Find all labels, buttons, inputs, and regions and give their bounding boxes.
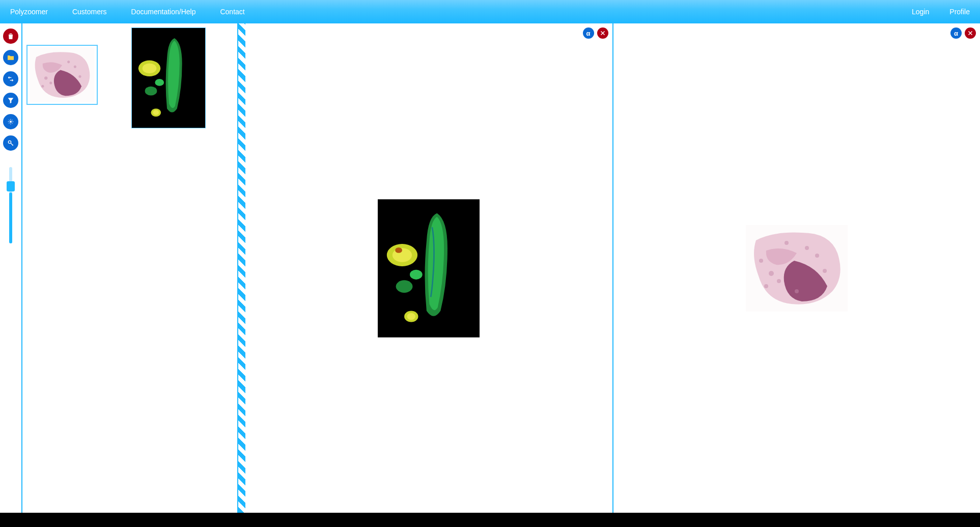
svg-point-13 (155, 79, 164, 86)
top-nav: Polyzoomer Customers Documentation/Help … (0, 0, 980, 23)
svg-point-25 (769, 271, 774, 276)
opacity-slider[interactable] (9, 167, 12, 243)
svg-point-15 (153, 110, 159, 115)
svg-point-29 (815, 254, 819, 258)
panel-divider[interactable] (238, 23, 245, 513)
filter-button[interactable] (3, 93, 18, 108)
nav-login[interactable]: Login (912, 8, 929, 16)
viewer-left-content (245, 23, 612, 513)
svg-point-19 (395, 247, 402, 253)
svg-point-11 (143, 63, 157, 73)
open-button[interactable] (3, 50, 18, 65)
svg-point-20 (396, 280, 413, 293)
svg-point-6 (67, 61, 70, 63)
svg-point-32 (785, 241, 789, 245)
histology-thumb-image (29, 47, 95, 102)
nav-polyzoomer[interactable]: Polyzoomer (10, 8, 48, 16)
nav-right: Login Profile (912, 8, 970, 16)
nav-documentation[interactable]: Documentation/Help (131, 8, 196, 16)
svg-point-12 (145, 87, 157, 96)
sync-button[interactable] (3, 71, 18, 87)
svg-point-26 (777, 279, 781, 283)
svg-point-30 (823, 269, 827, 273)
key-icon (7, 139, 15, 147)
nav-contact[interactable]: Contact (220, 8, 244, 16)
settings-button[interactable] (3, 114, 18, 129)
viewer-left[interactable]: α (245, 23, 613, 513)
key-button[interactable] (3, 135, 18, 151)
arrows-icon (7, 75, 15, 83)
fluorescence-image (378, 199, 480, 338)
svg-point-33 (795, 289, 799, 293)
svg-point-0 (10, 121, 12, 123)
thumbnail-histology[interactable] (26, 45, 98, 105)
thumbnail-fluorescence[interactable] (131, 27, 206, 128)
adjust-icon (7, 118, 15, 126)
svg-point-31 (759, 259, 763, 263)
viewer-right[interactable]: α (613, 23, 981, 513)
fluorescence-thumb-image (132, 27, 205, 128)
folder-icon (7, 53, 15, 62)
trash-icon (7, 32, 15, 40)
svg-point-4 (49, 81, 52, 84)
nav-profile[interactable]: Profile (949, 8, 970, 16)
svg-point-3 (44, 76, 47, 79)
thumbnails-panel (22, 23, 238, 513)
nav-left: Polyzoomer Customers Documentation/Help … (10, 8, 245, 16)
slider-thumb[interactable] (7, 181, 15, 191)
left-toolbar (0, 23, 22, 513)
main-area: α (0, 23, 980, 513)
histology-image (745, 225, 849, 312)
svg-point-1 (8, 141, 11, 143)
delete-button[interactable] (3, 29, 18, 44)
svg-point-23 (407, 313, 415, 320)
svg-point-5 (41, 85, 44, 88)
slider-fill (9, 192, 12, 243)
footer-bar (0, 513, 980, 527)
thumbnail-row (26, 27, 233, 128)
slider-track (9, 167, 12, 243)
app-root: Polyzoomer Customers Documentation/Help … (0, 0, 980, 527)
svg-point-28 (805, 246, 809, 250)
funnel-icon (7, 96, 15, 104)
viewer-right-content (613, 23, 981, 513)
nav-customers[interactable]: Customers (72, 8, 107, 16)
svg-point-21 (410, 269, 423, 279)
svg-point-8 (78, 75, 81, 78)
svg-point-27 (764, 284, 768, 288)
svg-point-7 (74, 66, 76, 68)
